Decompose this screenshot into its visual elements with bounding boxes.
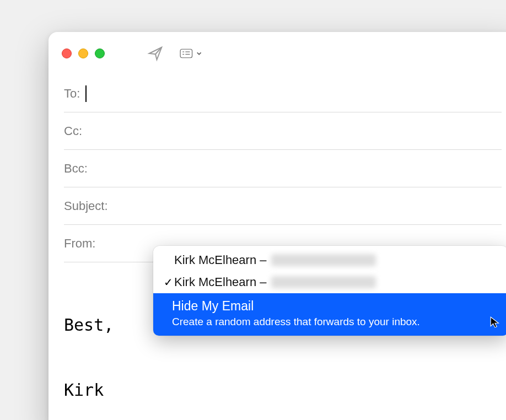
redacted-email <box>271 276 376 288</box>
subject-label: Subject: <box>64 199 108 213</box>
subject-input[interactable] <box>114 199 502 213</box>
from-account-name: Kirk McElhearn – <box>174 275 267 289</box>
window-controls <box>62 49 105 58</box>
from-label: From: <box>64 236 95 251</box>
redacted-email <box>271 254 376 266</box>
hide-my-email-option[interactable]: Hide My Email Create a random address th… <box>153 293 506 336</box>
header-fields: To: Cc: Bcc: Subject: From: <box>49 75 506 262</box>
from-account-name: Kirk McElhearn – <box>174 253 267 267</box>
hide-my-email-subtitle: Create a random address that forwards to… <box>172 316 496 328</box>
header-fields-menu-button[interactable] <box>180 42 202 64</box>
text-caret <box>85 85 87 102</box>
body-line: Kirk <box>64 378 502 402</box>
to-input[interactable] <box>92 87 502 101</box>
titlebar <box>49 32 506 75</box>
bcc-label: Bcc: <box>64 161 88 176</box>
check-icon: ✓ <box>162 276 174 289</box>
cc-label: Cc: <box>64 124 82 138</box>
subject-field-row[interactable]: Subject: <box>64 187 502 225</box>
minimize-window-button[interactable] <box>78 49 88 58</box>
from-account-option[interactable]: Kirk McElhearn – <box>155 249 506 271</box>
from-account-dropdown: Kirk McElhearn – ✓ Kirk McElhearn – Hide… <box>153 246 506 336</box>
compose-window: To: Cc: Bcc: Subject: From: Best, Kirk K… <box>49 32 506 420</box>
to-field-row[interactable]: To: <box>64 75 502 112</box>
hide-my-email-title: Hide My Email <box>172 299 496 314</box>
send-button[interactable] <box>144 42 166 64</box>
cc-input[interactable] <box>88 124 502 138</box>
close-window-button[interactable] <box>62 49 72 58</box>
bcc-input[interactable] <box>93 161 502 176</box>
from-account-option-selected[interactable]: ✓ Kirk McElhearn – <box>155 271 506 293</box>
svg-rect-0 <box>180 49 192 58</box>
bcc-field-row[interactable]: Bcc: <box>64 150 502 187</box>
cc-field-row[interactable]: Cc: <box>64 112 502 150</box>
zoom-window-button[interactable] <box>95 49 105 58</box>
to-label: To: <box>64 87 80 101</box>
